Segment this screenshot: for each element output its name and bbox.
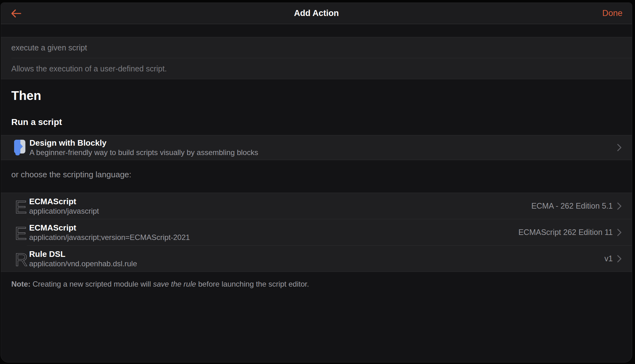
chevron-right-icon xyxy=(617,255,622,263)
module-description-row: Allows the execution of a user-defined s… xyxy=(1,58,632,79)
note-text: Note: Creating a new scripted module wil… xyxy=(1,279,632,289)
page-title: Add Action xyxy=(54,8,579,18)
navbar: Add Action Done xyxy=(1,3,632,24)
chevron-right-icon xyxy=(617,202,622,210)
letter-e-icon: E xyxy=(14,196,29,216)
module-description-value: Allows the execution of a user-defined s… xyxy=(11,64,167,73)
language-mime: application/javascript xyxy=(29,206,525,216)
then-heading: Then xyxy=(1,88,632,103)
language-title: ECMAScript xyxy=(29,223,512,233)
blockly-group: Design with Blockly A beginner-friendly … xyxy=(1,135,632,160)
letter-glyph: E xyxy=(15,223,27,242)
blockly-icon xyxy=(14,140,25,155)
back-arrow-icon xyxy=(10,9,22,18)
module-info-group: execute a given script Allows the execut… xyxy=(1,37,632,79)
run-a-script-heading: Run a script xyxy=(1,117,632,127)
language-title: Rule DSL xyxy=(29,249,598,259)
back-button[interactable] xyxy=(10,9,54,18)
letter-glyph: R xyxy=(15,249,28,268)
note-label: Note: xyxy=(11,280,30,288)
module-name-value: execute a given script xyxy=(11,43,87,52)
language-item-rule-dsl[interactable]: R Rule DSL application/vnd.openhab.dsl.r… xyxy=(1,246,632,272)
language-mime: application/vnd.openhab.dsl.rule xyxy=(29,259,598,268)
letter-glyph: E xyxy=(15,197,27,216)
letter-r-icon: R xyxy=(14,249,29,268)
language-version: v1 xyxy=(605,254,613,263)
language-item-ecmascript-5[interactable]: E ECMAScript application/javascript ECMA… xyxy=(1,193,632,219)
language-item-ecmascript-2021[interactable]: E ECMAScript application/javascript;vers… xyxy=(1,219,632,245)
language-version: ECMAScript 262 Edition 11 xyxy=(518,228,613,237)
language-version: ECMA - 262 Edition 5.1 xyxy=(531,201,613,211)
letter-e-icon: E xyxy=(14,223,29,242)
design-with-blockly-item[interactable]: Design with Blockly A beginner-friendly … xyxy=(1,135,632,160)
language-list: E ECMAScript application/javascript ECMA… xyxy=(1,193,632,272)
language-prompt: or choose the scripting language: xyxy=(1,168,632,181)
blockly-title: Design with Blockly xyxy=(29,138,613,148)
done-button[interactable]: Done xyxy=(602,8,622,18)
chevron-right-icon xyxy=(617,144,622,151)
language-title: ECMAScript xyxy=(29,196,525,206)
blockly-subtitle: A beginner-friendly way to build scripts… xyxy=(29,148,613,157)
module-name-row[interactable]: execute a given script xyxy=(1,37,632,58)
language-mime: application/javascript;version=ECMAScrip… xyxy=(29,233,512,242)
chevron-right-icon xyxy=(617,229,622,236)
add-action-sheet: Add Action Done execute a given script A… xyxy=(1,3,632,362)
